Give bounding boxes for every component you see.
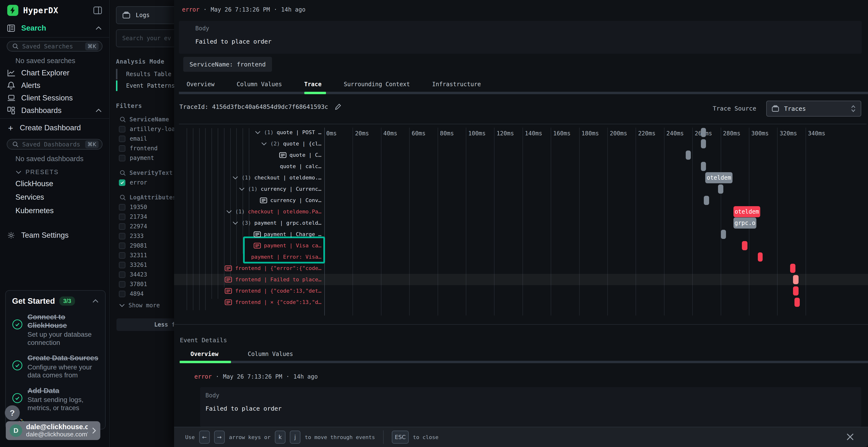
- checkbox[interactable]: [119, 233, 125, 239]
- span-row[interactable]: payment | Visa ca…: [184, 240, 321, 251]
- span-bar[interactable]: [793, 286, 799, 296]
- checkbox[interactable]: [119, 214, 125, 220]
- event-timestamp: May 26 7:13:26 PM: [211, 6, 270, 13]
- tab-column-values[interactable]: Column Values: [237, 81, 282, 88]
- span-bar[interactable]: [701, 162, 706, 171]
- span-row[interactable]: frontend | {"code":13,"det…: [184, 285, 321, 297]
- span-bar[interactable]: [795, 298, 800, 307]
- span-bar[interactable]: [793, 275, 799, 284]
- tab-surrounding-context[interactable]: Surrounding Context: [344, 81, 410, 88]
- span-row[interactable]: frontend | {"error":{"code…: [184, 263, 321, 274]
- span-row[interactable]: quote | C…: [184, 149, 321, 161]
- timeline-gridline: [551, 128, 551, 315]
- event-search-placeholder: Search your ev: [122, 35, 171, 42]
- span-row[interactable]: frontend | Failed to place…: [184, 274, 321, 285]
- create-dashboard-button[interactable]: + Create Dashboard: [0, 120, 109, 136]
- checkbox[interactable]: [119, 179, 125, 186]
- checkbox[interactable]: [119, 126, 125, 133]
- sidebar-item-chart-explorer[interactable]: Chart Explorer: [0, 67, 109, 79]
- span-bar[interactable]: [742, 241, 747, 250]
- span-row[interactable]: payment | Error: Visa…: [184, 251, 321, 263]
- sidebar-item-clickhouse[interactable]: ClickHouse: [0, 177, 109, 191]
- span-row[interactable]: (1)currency | Currenc…: [184, 183, 321, 195]
- span-bar[interactable]: grpc.o: [734, 217, 756, 229]
- event-age: 14h ago: [281, 6, 306, 13]
- span-bar[interactable]: [686, 150, 691, 160]
- span-row[interactable]: frontend | × {"code":13,"d…: [184, 297, 321, 308]
- sidebar-item-team-settings[interactable]: Team Settings: [0, 229, 109, 242]
- search-explorer-column: Logs Search your ev Analysis Mode Result…: [110, 0, 185, 447]
- checkbox[interactable]: [119, 291, 125, 297]
- span-row[interactable]: payment | Charge …: [184, 229, 321, 240]
- collapse-sidebar-icon[interactable]: [93, 6, 102, 14]
- sidebar-item-client-sessions[interactable]: Client Sessions: [0, 92, 109, 104]
- checkbox[interactable]: [119, 204, 125, 210]
- shortcut-badge: ⌘K: [85, 42, 99, 50]
- close-icon[interactable]: [844, 431, 856, 443]
- presets-toggle[interactable]: PRESETS: [0, 165, 109, 177]
- span-row[interactable]: (3)payment | grpc.oteld…: [184, 217, 321, 229]
- span-bar[interactable]: [718, 184, 723, 194]
- checkbox[interactable]: [119, 243, 125, 249]
- sidebar-item-dashboards[interactable]: Dashboards: [0, 104, 109, 117]
- checkbox[interactable]: [119, 271, 125, 278]
- checkbox[interactable]: [119, 155, 125, 161]
- sidebar-item-kubernetes[interactable]: Kubernetes: [0, 204, 109, 217]
- sidebar-item-services[interactable]: Services: [0, 191, 109, 204]
- span-row[interactable]: (1)quote | POST …: [184, 127, 321, 138]
- span-bar[interactable]: oteldem: [734, 206, 760, 217]
- body-box: [179, 21, 862, 54]
- checkbox[interactable]: [119, 262, 125, 268]
- span-row[interactable]: (2)quote | {cl…: [184, 138, 321, 149]
- span-bar[interactable]: [704, 196, 709, 205]
- chevron-down-icon[interactable]: [226, 210, 232, 214]
- span-row[interactable]: currency | Conv…: [184, 195, 321, 206]
- tab-trace[interactable]: Trace: [304, 81, 321, 88]
- service-name-tag[interactable]: ServiceName: frontend: [183, 57, 272, 72]
- span-row[interactable]: (1)checkout | oteldemo.Pa…: [184, 206, 321, 217]
- trace-source-select[interactable]: Traces: [766, 101, 861, 116]
- span-bar[interactable]: [701, 128, 706, 137]
- get-started-item[interactable]: Connect to ClickHouseSet up your databas…: [12, 313, 99, 347]
- span-bar[interactable]: [758, 252, 763, 262]
- checkbox[interactable]: [119, 223, 125, 230]
- chevron-down-icon[interactable]: [232, 221, 239, 225]
- checkbox[interactable]: [119, 136, 125, 142]
- chevron-up-icon[interactable]: [92, 299, 99, 303]
- event-details-tab-column-values[interactable]: Column Values: [248, 351, 293, 357]
- filter-option-label: 21734: [130, 213, 147, 220]
- chevron-down-icon[interactable]: [232, 176, 239, 180]
- waterfall-pane-divider[interactable]: [324, 128, 325, 315]
- timeline-gridline: [692, 128, 693, 315]
- get-started-item[interactable]: Add DataStart sending logs, metrics, or …: [12, 386, 99, 412]
- help-button[interactable]: ?: [5, 405, 20, 420]
- event-details-tabs: OverviewColumn Values: [190, 351, 293, 357]
- checkbox[interactable]: [119, 252, 125, 259]
- tab-overview[interactable]: Overview: [187, 81, 215, 88]
- sidebar-section-search[interactable]: Search: [0, 21, 109, 36]
- saved-searches-input[interactable]: Saved Searches ⌘K: [7, 41, 102, 51]
- user-account-chip[interactable]: D dale@clickhouse.com dale@clickhouse.co…: [6, 421, 100, 440]
- get-started-item[interactable]: Create Data SourcesConfigure where your …: [12, 354, 99, 379]
- event-details-tab-overview[interactable]: Overview: [190, 351, 218, 357]
- span-bar[interactable]: [721, 230, 726, 239]
- tab-infrastructure[interactable]: Infrastructure: [432, 81, 481, 88]
- span-row[interactable]: (1)checkout | oteldemo.…: [184, 172, 321, 183]
- chevron-down-icon[interactable]: [239, 187, 245, 191]
- span-bar[interactable]: [790, 264, 796, 273]
- edit-pencil-icon[interactable]: [334, 103, 342, 110]
- chevron-down-icon[interactable]: [255, 131, 261, 134]
- divider: [383, 431, 383, 444]
- span-row[interactable]: quote | calc…: [184, 161, 321, 172]
- mode-label: Event Patterns: [126, 82, 175, 89]
- checkbox[interactable]: [119, 281, 125, 287]
- chevron-down-icon[interactable]: [261, 142, 267, 146]
- sidebar-item-alerts[interactable]: Alerts: [0, 79, 109, 92]
- span-bar[interactable]: oteldem: [705, 172, 733, 183]
- plus-icon: +: [7, 123, 14, 133]
- log-doc-icon: [225, 288, 232, 294]
- app-title: HyperDX: [23, 6, 58, 15]
- saved-dashboards-input[interactable]: Saved Dashboards ⌘K: [7, 139, 102, 149]
- span-bar[interactable]: [701, 139, 706, 148]
- checkbox[interactable]: [119, 145, 125, 152]
